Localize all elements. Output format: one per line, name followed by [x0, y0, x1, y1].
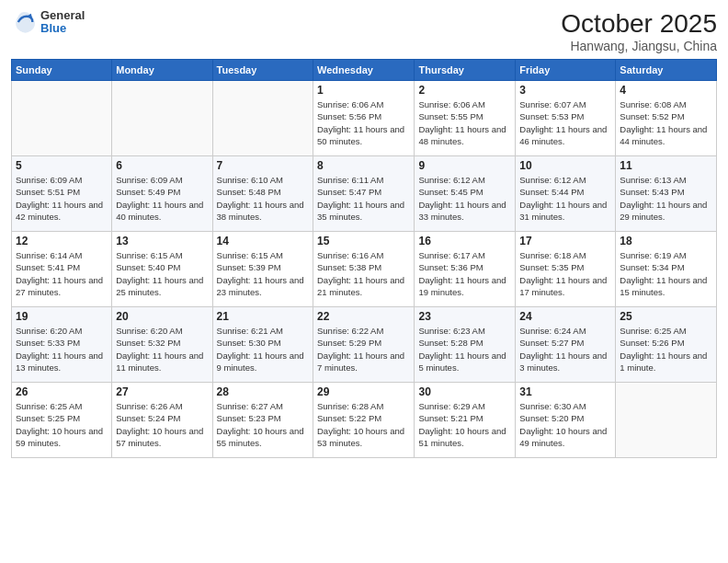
day-cell: 13Sunrise: 6:15 AM Sunset: 5:40 PM Dayli…	[112, 232, 212, 307]
day-cell: 8Sunrise: 6:11 AM Sunset: 5:47 PM Daylig…	[313, 156, 415, 232]
week-row-3: 12Sunrise: 6:14 AM Sunset: 5:41 PM Dayli…	[12, 232, 717, 307]
day-info: Sunrise: 6:18 AM Sunset: 5:35 PM Dayligh…	[519, 249, 611, 298]
day-number: 12	[16, 235, 108, 247]
month-title: October 2025	[561, 9, 717, 39]
day-info: Sunrise: 6:20 AM Sunset: 5:32 PM Dayligh…	[116, 325, 208, 373]
day-number: 17	[519, 235, 611, 247]
day-number: 13	[116, 235, 208, 247]
day-cell: 4Sunrise: 6:08 AM Sunset: 5:52 PM Daylig…	[616, 81, 717, 156]
day-number: 5	[16, 159, 108, 172]
day-number: 20	[116, 310, 208, 323]
day-info: Sunrise: 6:09 AM Sunset: 5:51 PM Dayligh…	[16, 174, 108, 223]
day-info: Sunrise: 6:08 AM Sunset: 5:52 PM Dayligh…	[620, 98, 712, 147]
day-number: 6	[116, 159, 208, 172]
day-info: Sunrise: 6:12 AM Sunset: 5:45 PM Dayligh…	[418, 174, 511, 223]
day-info: Sunrise: 6:29 AM Sunset: 5:21 PM Dayligh…	[418, 400, 511, 449]
header-day-wednesday: Wednesday	[313, 60, 415, 81]
day-cell: 29Sunrise: 6:28 AM Sunset: 5:22 PM Dayli…	[313, 383, 415, 458]
day-number: 24	[519, 310, 611, 323]
day-info: Sunrise: 6:07 AM Sunset: 5:53 PM Dayligh…	[519, 98, 611, 147]
day-cell	[212, 81, 313, 156]
day-cell: 17Sunrise: 6:18 AM Sunset: 5:35 PM Dayli…	[516, 232, 616, 307]
day-cell: 25Sunrise: 6:25 AM Sunset: 5:26 PM Dayli…	[616, 307, 717, 383]
day-cell: 31Sunrise: 6:30 AM Sunset: 5:20 PM Dayli…	[516, 383, 616, 458]
day-info: Sunrise: 6:15 AM Sunset: 5:40 PM Dayligh…	[116, 249, 208, 298]
calendar-body: 1Sunrise: 6:06 AM Sunset: 5:56 PM Daylig…	[12, 81, 717, 458]
day-info: Sunrise: 6:28 AM Sunset: 5:22 PM Dayligh…	[317, 400, 410, 449]
day-cell: 7Sunrise: 6:10 AM Sunset: 5:48 PM Daylig…	[212, 156, 313, 232]
day-cell	[112, 81, 212, 156]
day-info: Sunrise: 6:06 AM Sunset: 5:56 PM Dayligh…	[317, 98, 410, 147]
day-cell: 14Sunrise: 6:15 AM Sunset: 5:39 PM Dayli…	[212, 232, 313, 307]
calendar-table: SundayMondayTuesdayWednesdayThursdayFrid…	[11, 59, 717, 458]
week-row-4: 19Sunrise: 6:20 AM Sunset: 5:33 PM Dayli…	[12, 307, 717, 383]
day-cell: 18Sunrise: 6:19 AM Sunset: 5:34 PM Dayli…	[616, 232, 717, 307]
day-number: 25	[620, 310, 712, 323]
day-cell: 3Sunrise: 6:07 AM Sunset: 5:53 PM Daylig…	[516, 81, 616, 156]
day-cell: 10Sunrise: 6:12 AM Sunset: 5:44 PM Dayli…	[516, 156, 616, 232]
calendar-container: General Blue October 2025 Hanwang, Jiang…	[0, 0, 728, 563]
day-info: Sunrise: 6:13 AM Sunset: 5:43 PM Dayligh…	[620, 174, 712, 223]
day-info: Sunrise: 6:25 AM Sunset: 5:25 PM Dayligh…	[16, 400, 108, 449]
day-cell: 21Sunrise: 6:21 AM Sunset: 5:30 PM Dayli…	[212, 307, 313, 383]
day-cell: 12Sunrise: 6:14 AM Sunset: 5:41 PM Dayli…	[12, 232, 112, 307]
day-info: Sunrise: 6:06 AM Sunset: 5:55 PM Dayligh…	[418, 98, 511, 147]
day-cell: 19Sunrise: 6:20 AM Sunset: 5:33 PM Dayli…	[12, 307, 112, 383]
day-number: 3	[519, 84, 611, 97]
day-info: Sunrise: 6:20 AM Sunset: 5:33 PM Dayligh…	[16, 325, 108, 373]
header: General Blue October 2025 Hanwang, Jiang…	[11, 9, 717, 53]
day-info: Sunrise: 6:12 AM Sunset: 5:44 PM Dayligh…	[519, 174, 611, 223]
day-cell: 24Sunrise: 6:24 AM Sunset: 5:27 PM Dayli…	[516, 307, 616, 383]
header-day-friday: Friday	[516, 60, 616, 81]
day-cell: 22Sunrise: 6:22 AM Sunset: 5:29 PM Dayli…	[313, 307, 415, 383]
day-info: Sunrise: 6:21 AM Sunset: 5:30 PM Dayligh…	[217, 325, 309, 373]
day-cell: 11Sunrise: 6:13 AM Sunset: 5:43 PM Dayli…	[616, 156, 717, 232]
day-number: 21	[217, 310, 309, 323]
day-number: 23	[418, 310, 511, 323]
day-number: 2	[418, 84, 511, 97]
calendar-header: SundayMondayTuesdayWednesdayThursdayFrid…	[12, 60, 717, 81]
day-cell: 23Sunrise: 6:23 AM Sunset: 5:28 PM Dayli…	[415, 307, 516, 383]
title-block: October 2025 Hanwang, Jiangsu, China	[561, 9, 717, 53]
day-number: 1	[317, 84, 410, 97]
day-number: 27	[116, 385, 208, 398]
day-info: Sunrise: 6:22 AM Sunset: 5:29 PM Dayligh…	[317, 325, 410, 373]
day-cell: 1Sunrise: 6:06 AM Sunset: 5:56 PM Daylig…	[313, 81, 415, 156]
day-cell: 2Sunrise: 6:06 AM Sunset: 5:55 PM Daylig…	[415, 81, 516, 156]
day-number: 14	[217, 235, 309, 247]
day-info: Sunrise: 6:11 AM Sunset: 5:47 PM Dayligh…	[317, 174, 410, 223]
header-day-sunday: Sunday	[12, 60, 112, 81]
day-cell: 6Sunrise: 6:09 AM Sunset: 5:49 PM Daylig…	[112, 156, 212, 232]
header-row: SundayMondayTuesdayWednesdayThursdayFrid…	[12, 60, 717, 81]
logo-blue: Blue	[40, 22, 85, 35]
day-number: 28	[217, 385, 309, 398]
day-cell: 28Sunrise: 6:27 AM Sunset: 5:23 PM Dayli…	[212, 383, 313, 458]
logo-icon	[11, 9, 37, 35]
day-number: 31	[519, 385, 611, 398]
day-info: Sunrise: 6:23 AM Sunset: 5:28 PM Dayligh…	[418, 325, 511, 373]
day-number: 22	[317, 310, 410, 323]
day-cell: 26Sunrise: 6:25 AM Sunset: 5:25 PM Dayli…	[12, 383, 112, 458]
day-info: Sunrise: 6:16 AM Sunset: 5:38 PM Dayligh…	[317, 249, 410, 298]
day-cell: 27Sunrise: 6:26 AM Sunset: 5:24 PM Dayli…	[112, 383, 212, 458]
header-day-monday: Monday	[112, 60, 212, 81]
day-info: Sunrise: 6:19 AM Sunset: 5:34 PM Dayligh…	[620, 249, 712, 298]
day-number: 26	[16, 385, 108, 398]
header-day-thursday: Thursday	[415, 60, 516, 81]
logo-text: General Blue	[40, 9, 85, 36]
day-cell	[12, 81, 112, 156]
day-cell: 30Sunrise: 6:29 AM Sunset: 5:21 PM Dayli…	[415, 383, 516, 458]
day-number: 4	[620, 84, 712, 97]
day-number: 7	[217, 159, 309, 172]
day-info: Sunrise: 6:14 AM Sunset: 5:41 PM Dayligh…	[16, 249, 108, 298]
day-number: 16	[418, 235, 511, 247]
week-row-5: 26Sunrise: 6:25 AM Sunset: 5:25 PM Dayli…	[12, 383, 717, 458]
day-cell: 20Sunrise: 6:20 AM Sunset: 5:32 PM Dayli…	[112, 307, 212, 383]
day-info: Sunrise: 6:10 AM Sunset: 5:48 PM Dayligh…	[217, 174, 309, 223]
day-number: 11	[620, 159, 712, 172]
day-cell: 9Sunrise: 6:12 AM Sunset: 5:45 PM Daylig…	[415, 156, 516, 232]
day-cell: 15Sunrise: 6:16 AM Sunset: 5:38 PM Dayli…	[313, 232, 415, 307]
day-number: 9	[418, 159, 511, 172]
day-info: Sunrise: 6:17 AM Sunset: 5:36 PM Dayligh…	[418, 249, 511, 298]
day-info: Sunrise: 6:09 AM Sunset: 5:49 PM Dayligh…	[116, 174, 208, 223]
